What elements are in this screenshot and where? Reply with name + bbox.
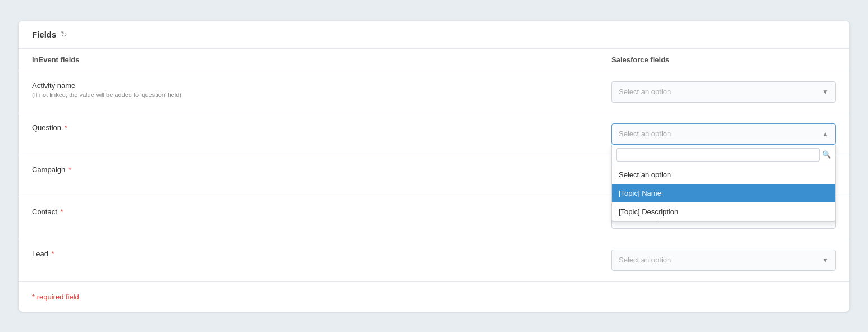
refresh-icon[interactable]: ↻ (61, 30, 67, 39)
required-note: * required field (32, 293, 79, 301)
campaign-label: Campaign * (32, 165, 611, 174)
activity-name-label-col: Activity name (If not linked, the value … (32, 81, 611, 98)
lead-label-col: Lead * (32, 250, 611, 258)
campaign-required-star: * (68, 165, 71, 174)
question-option-topic-name[interactable]: [Topic] Name (612, 184, 835, 202)
lead-label: Lead * (32, 250, 611, 258)
fields-header: InEvent fields Salesforce fields (19, 49, 849, 71)
question-select[interactable]: Select an option ▲ (611, 123, 836, 145)
activity-name-control: Select an option ▼ (611, 81, 836, 103)
card-title: Fields (32, 30, 56, 39)
contact-label: Contact * (32, 208, 611, 216)
card-header: Fields ↻ (19, 21, 849, 49)
lead-select[interactable]: Select an option ▼ (611, 250, 836, 271)
contact-required-star: * (60, 208, 63, 216)
question-arrow-icon: ▲ (822, 130, 829, 138)
field-row-activity-name: Activity name (If not linked, the value … (19, 71, 849, 113)
activity-name-sublabel: (If not linked, the value will be added … (32, 91, 611, 98)
lead-placeholder: Select an option (619, 256, 671, 264)
salesforce-fields-header: Salesforce fields (611, 56, 836, 64)
footer: * required field (19, 282, 849, 312)
question-search-container: 🔍 (612, 145, 835, 165)
activity-name-label: Activity name (32, 81, 611, 90)
question-option-topic-description[interactable]: [Topic] Description (612, 202, 835, 221)
question-control: Select an option ▲ 🔍 Select an option [T… (611, 123, 836, 145)
question-label: Question * (32, 123, 611, 132)
activity-name-placeholder: Select an option (619, 87, 671, 96)
activity-name-select[interactable]: Select an option ▼ (611, 81, 836, 103)
fields-card: Fields ↻ InEvent fields Salesforce field… (19, 21, 849, 312)
lead-control: Select an option ▼ (611, 250, 836, 271)
contact-label-col: Contact * (32, 208, 611, 216)
inevent-fields-header: InEvent fields (32, 56, 611, 64)
question-label-col: Question * (32, 123, 611, 132)
field-row-lead: Lead * Select an option ▼ (19, 239, 849, 282)
question-required-star: * (65, 123, 67, 132)
question-placeholder: Select an option (619, 130, 671, 138)
question-search-input[interactable] (616, 148, 820, 162)
lead-required-star: * (52, 250, 54, 258)
question-search-icon[interactable]: 🔍 (822, 150, 831, 159)
question-option-default[interactable]: Select an option (612, 165, 835, 184)
activity-name-arrow-icon: ▼ (822, 88, 829, 96)
question-dropdown-panel: 🔍 Select an option [Topic] Name [Topic] … (611, 145, 836, 222)
campaign-label-col: Campaign * (32, 165, 611, 174)
field-row-question: Question * Select an option ▲ 🔍 Select a… (19, 113, 849, 155)
lead-arrow-icon: ▼ (822, 256, 829, 264)
